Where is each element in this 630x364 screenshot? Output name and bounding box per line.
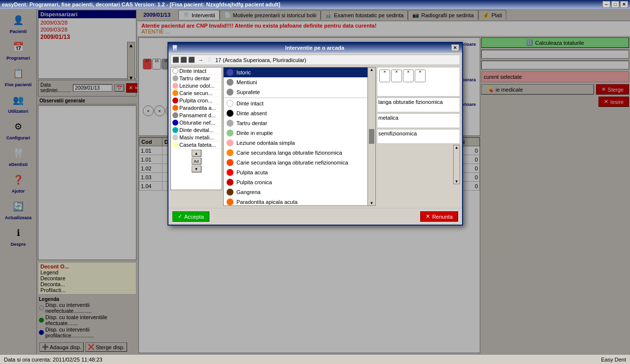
pulpita-acuta-label: Pulpita acuta — [236, 169, 268, 175]
arcada-tooth-3[interactable]: ✕ — [403, 69, 414, 82]
dinte-eruptie-label: Dinte in eruptie — [236, 130, 273, 136]
menu-scroll-area[interactable]: Istoric ▶ 29/mar./2009 Tartru dentar — [224, 67, 375, 205]
menu-item-carie-fiz[interactable]: Carie secundara langa obturatie fizionom… — [224, 148, 375, 158]
renunta-label: Renunta — [432, 214, 453, 220]
side-tooth-row-7: Obturatie nef... — [171, 119, 222, 127]
maximize-button[interactable]: □ — [611, 1, 619, 8]
tartru-label: Tartru dentar — [236, 120, 267, 126]
arcada-tooth-4[interactable]: ✕ — [415, 69, 426, 82]
right-scrollbar[interactable]: ▲ ▼ — [453, 145, 460, 184]
side-tooth-icon-9 — [172, 134, 178, 140]
modal-main-content: Dinte intact Tartru dentar Leziune odol.… — [170, 67, 460, 206]
arcada-tooth-2[interactable]: ✕ — [391, 69, 402, 82]
menu-item-mentiuni[interactable]: Mentiuni — [224, 77, 375, 87]
menu-item-istoric[interactable]: Istoric ▶ 29/mar./2009 Tartru dentar — [224, 67, 375, 77]
carie-nefiz-icon — [227, 159, 233, 166]
side-scroll-up[interactable]: ▲ — [192, 150, 201, 157]
side-tooth-row-4: Pulpita cron... — [171, 97, 222, 104]
menu-item-gangrena[interactable]: Gangrena — [224, 187, 375, 197]
side-tooth-icon-5 — [172, 105, 178, 111]
menu-item-dinte-eruptie[interactable]: Dinte in eruptie — [224, 128, 375, 138]
menu-item-dinte-absent[interactable]: Dinte absent — [224, 108, 375, 118]
side-tooth-row-10: Caseta fateta... — [171, 141, 222, 149]
scroll-track-up[interactable]: ▲ — [368, 67, 375, 72]
menu-item-pulpita-acuta[interactable]: Pulpita acuta — [224, 167, 375, 177]
menu-scrollbar[interactable]: ▲ ▼ — [367, 67, 375, 205]
side-tooth-row-1: Tartru dentar — [171, 75, 222, 82]
tooth-selected-label: 🦷 17 (Arcada Superioara, Pluriradicular) — [206, 57, 306, 63]
side-tooth-row-2: Leziune odol... — [171, 82, 222, 90]
close-button[interactable]: ✕ — [620, 1, 628, 8]
right-scroll-down[interactable]: ▼ — [454, 179, 460, 184]
add-diag-button[interactable]: Ad — [192, 158, 201, 165]
arcada-image-area: ✕ ✕ ✕ ✕ — [377, 67, 460, 97]
tooth-info-bar: ⬛ ⬛ ⬛ → 🦷 17 (Arcada Superioara, Plurira… — [170, 55, 460, 65]
context-menu: Istoric ▶ 29/mar./2009 Tartru dentar — [223, 67, 376, 206]
scroll-thumb[interactable] — [369, 129, 374, 144]
side-tooth-row-9: Masiv metali... — [171, 134, 222, 141]
accepta-icon: ✓ — [178, 213, 182, 220]
menu-item-suprafete[interactable]: Suprafete — [224, 87, 375, 97]
suprafete-label: Suprafete — [236, 89, 260, 95]
window-controls: − □ ✕ — [602, 1, 628, 8]
dinte-intact-icon — [227, 100, 233, 107]
side-tooth-row-5: Paradontita a... — [171, 104, 222, 112]
modal-title-text: Interventie pe o arcada — [285, 45, 344, 51]
accepta-button[interactable]: ✓ Accepta — [172, 211, 209, 222]
modal-close-button[interactable]: ✕ — [451, 44, 459, 51]
dinte-absent-label: Dinte absent — [236, 110, 267, 116]
istoric-label: Istoric — [236, 69, 251, 75]
mentiuni-label: Mentiuni — [236, 79, 257, 85]
status-text: Data si ora curenta: 2011/02/25 11:48:23 — [4, 357, 102, 363]
tooth-number-text: 17 (Arcada Superioara, Pluriradicular) — [215, 57, 306, 63]
side-tooth-icon-6 — [172, 112, 178, 118]
menu-item-carie-nefiz[interactable]: Carie secundara langa obturatie nefizion… — [224, 158, 375, 167]
diag-text-1: langa obturatie fizionomica — [377, 98, 460, 112]
side-tooth-row-6: Pansament d... — [171, 112, 222, 119]
side-tooth-icon-8 — [172, 127, 178, 133]
side-tooth-row-0: Dinte intact — [171, 67, 222, 75]
context-menu-inner: Istoric ▶ 29/mar./2009 Tartru dentar — [224, 67, 375, 205]
dinte-eruptie-icon — [227, 130, 233, 136]
menu-item-leziune[interactable]: Leziune odontala simpla — [224, 138, 375, 148]
side-scroll-down[interactable]: ▼ — [192, 165, 201, 172]
diag-text-3: semifizionomica — [377, 129, 460, 144]
crown-1: ⬛ — [172, 57, 179, 63]
menu-item-dinte-intact[interactable]: Dinte intact — [224, 99, 375, 108]
gangrena-label: Gangrena — [236, 189, 261, 195]
carie-fiz-icon — [227, 149, 233, 156]
scroll-track-down[interactable]: ▼ — [368, 201, 375, 205]
renunta-button[interactable]: ✕ Renunta — [420, 211, 458, 222]
right-scroll-up[interactable]: ▲ — [454, 145, 460, 150]
menu-item-tartru[interactable]: Tartru dentar — [224, 118, 375, 128]
side-tooth-row-3: Carie secun... — [171, 90, 222, 97]
side-tooth-icon-0 — [172, 68, 178, 74]
carie-fiz-label: Carie secundara langa obturatie fizionom… — [236, 150, 342, 156]
pulpita-acuta-icon — [227, 169, 233, 176]
crown-3: ⬛ — [188, 57, 195, 63]
app-name: Easy Dent — [601, 357, 626, 363]
side-tooth-list: Dinte intact Tartru dentar Leziune odol.… — [170, 67, 222, 190]
modal-title-bar: 🦷 Interventie pe o arcada ✕ — [168, 43, 462, 53]
modal-body: ⬛ ⬛ ⬛ → 🦷 17 (Arcada Superioara, Plurira… — [168, 53, 462, 208]
app-title: easyDent: Programari, fise pacienti, dec… — [2, 1, 280, 7]
menu-item-paradontita[interactable]: Paradontita apicala acuta — [224, 197, 375, 205]
gangrena-icon — [227, 189, 233, 196]
diag-right-area: ✕ ✕ ✕ ✕ langa obturatie fizionomica meta… — [377, 67, 460, 206]
minimize-button[interactable]: − — [602, 1, 610, 8]
dinte-intact-label: Dinte intact — [236, 100, 264, 106]
bottom-bar: Data si ora curenta: 2011/02/25 11:48:23… — [0, 354, 630, 364]
side-tooth-icon-2 — [172, 83, 178, 89]
arcada-tooth-1[interactable]: ✕ — [379, 69, 390, 82]
side-tooth-icon-10 — [172, 142, 178, 148]
arcada-teeth: ✕ ✕ ✕ ✕ — [379, 69, 458, 82]
side-tooth-icon-1 — [172, 75, 178, 81]
tooth-diagram: ⬛ ⬛ ⬛ — [172, 57, 195, 63]
crown-2: ⬛ — [180, 57, 187, 63]
side-scroll-buttons: ▲ Ad ▼ — [171, 149, 222, 173]
paradontita-label: Paradontita apicala acuta — [236, 199, 298, 205]
suprafete-icon — [227, 89, 233, 96]
pulpita-cronica-label: Pulpita cronica — [236, 179, 272, 185]
menu-item-pulpita-cronica[interactable]: Pulpita cronica — [224, 177, 375, 187]
intervention-modal: 🦷 Interventie pe o arcada ✕ ⬛ ⬛ ⬛ → 🦷 17… — [167, 42, 463, 226]
